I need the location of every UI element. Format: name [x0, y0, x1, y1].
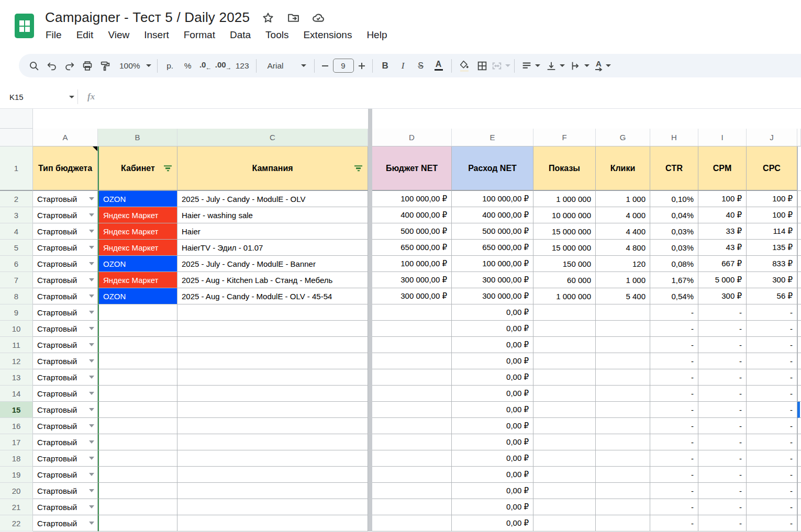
dropdown-caret-icon[interactable] — [89, 473, 94, 476]
cell-H22[interactable]: - — [650, 515, 698, 531]
cell-I15[interactable]: - — [698, 402, 747, 418]
column-header-I[interactable]: I — [698, 129, 747, 146]
cell-F10[interactable] — [533, 321, 596, 337]
dropdown-caret-icon[interactable] — [89, 359, 94, 363]
cell-F19[interactable] — [533, 467, 596, 483]
cell-G3[interactable]: 4 000 — [596, 207, 650, 223]
header-cell-I1[interactable]: CPM — [698, 146, 747, 191]
dropdown-caret-icon[interactable] — [89, 295, 94, 298]
frozen-column-divider[interactable] — [368, 109, 372, 129]
dropdown-caret-icon[interactable] — [89, 505, 94, 508]
row-header-19[interactable]: 19 — [0, 467, 33, 483]
search-button[interactable] — [25, 57, 43, 75]
cell-G21[interactable] — [596, 499, 650, 515]
vertical-align-button[interactable] — [543, 57, 568, 75]
decrease-decimal-button[interactable]: .0← — [197, 57, 215, 75]
cell-A6[interactable]: Стартовый — [33, 256, 98, 272]
cloud-status-icon[interactable] — [312, 11, 325, 25]
cell-H5[interactable]: 0,03% — [650, 240, 698, 256]
dropdown-caret-icon[interactable] — [89, 408, 94, 411]
cell-A8[interactable]: Стартовый — [33, 288, 98, 304]
cell-E19[interactable]: 0,00 ₽ — [452, 467, 533, 483]
column-header-C[interactable]: C — [177, 129, 368, 146]
frozen-column-divider[interactable] — [368, 337, 372, 353]
cell-I22[interactable]: - — [698, 515, 747, 531]
cell-J15[interactable]: - — [747, 402, 797, 418]
cell-C20[interactable] — [177, 483, 368, 499]
row-header-18[interactable]: 18 — [0, 450, 33, 467]
cell-J11[interactable]: - — [747, 337, 797, 353]
cell-A22[interactable]: Стартовый — [33, 515, 98, 531]
cell-C19[interactable] — [177, 467, 368, 483]
row-header-16[interactable]: 16 — [0, 418, 33, 434]
name-box[interactable]: K15 — [0, 93, 74, 101]
cell-J21[interactable]: - — [747, 499, 797, 515]
cell-I17[interactable]: - — [698, 434, 747, 450]
frozen-column-divider[interactable] — [368, 369, 372, 386]
fill-color-button[interactable] — [455, 57, 473, 75]
cell-C10[interactable] — [177, 321, 368, 337]
cell-B21[interactable] — [98, 499, 177, 515]
menu-extensions[interactable]: Extensions — [302, 28, 353, 42]
cell-B20[interactable] — [98, 483, 177, 499]
cell-C8[interactable]: 2025 - Aug - Candy - ModulE - OLV - 45-5… — [177, 288, 368, 304]
cell-C4[interactable]: Haier — [177, 223, 368, 240]
cell-B3[interactable]: Яндекс Маркет — [98, 207, 177, 223]
star-icon[interactable] — [261, 11, 275, 25]
cell-I12[interactable]: - — [698, 353, 747, 369]
cell-K20[interactable] — [797, 483, 801, 499]
cell-E7[interactable]: 300 000,00 ₽ — [452, 272, 533, 288]
cell-H19[interactable]: - — [650, 467, 698, 483]
cell-F22[interactable] — [533, 515, 596, 531]
row-header-21[interactable]: 21 — [0, 499, 33, 515]
header-cell-B1[interactable]: Кабинет — [98, 146, 177, 191]
row-header-13[interactable]: 13 — [0, 369, 33, 386]
cell-A21[interactable]: Стартовый — [33, 499, 98, 515]
cell-I11[interactable]: - — [698, 337, 747, 353]
cell-J14[interactable]: - — [747, 386, 797, 402]
cell-A7[interactable]: Стартовый — [33, 272, 98, 288]
cell-B16[interactable] — [98, 418, 177, 434]
dropdown-caret-icon[interactable] — [89, 457, 94, 460]
cell-D8[interactable]: 300 000,00 ₽ — [372, 288, 452, 304]
frozen-column-divider[interactable] — [368, 353, 372, 369]
cell-C18[interactable] — [177, 450, 368, 467]
cell-C7[interactable]: 2025 - Aug - Kitchen Lab - Станд - Мебел… — [177, 272, 368, 288]
dropdown-caret-icon[interactable] — [89, 197, 94, 200]
cell-G15[interactable] — [596, 402, 650, 418]
column-header-A[interactable]: A — [33, 129, 98, 146]
cell-A4[interactable]: Стартовый — [33, 223, 98, 240]
menu-insert[interactable]: Insert — [142, 28, 171, 42]
cell-K6[interactable] — [797, 256, 801, 272]
cell-I19[interactable]: - — [698, 467, 747, 483]
cell-H13[interactable]: - — [650, 369, 698, 386]
cell-I2[interactable]: 100 ₽ — [698, 191, 747, 207]
zoom-select[interactable]: 100% — [114, 57, 153, 75]
frozen-column-divider[interactable] — [368, 146, 372, 191]
cell-H6[interactable]: 0,08% — [650, 256, 698, 272]
cell-J20[interactable]: - — [747, 483, 797, 499]
frozen-column-divider[interactable] — [368, 515, 372, 531]
cell-C13[interactable] — [177, 369, 368, 386]
column-header-E[interactable]: E — [452, 129, 533, 146]
cell-C11[interactable] — [177, 337, 368, 353]
document-title[interactable]: Campaigner - Тест 5 / Daily 2025 — [45, 9, 250, 26]
cell-F12[interactable] — [533, 353, 596, 369]
filter-icon[interactable] — [164, 165, 172, 172]
cell-I6[interactable]: 667 ₽ — [698, 256, 747, 272]
column-header-F[interactable]: F — [533, 129, 596, 146]
font-size-input[interactable]: 9 — [333, 59, 354, 73]
cell-C15[interactable] — [177, 402, 368, 418]
cell-G11[interactable] — [596, 337, 650, 353]
frozen-column-divider[interactable] — [368, 207, 372, 223]
cell-H17[interactable]: - — [650, 434, 698, 450]
column-header-J[interactable]: J — [747, 129, 797, 146]
cell-K7[interactable] — [797, 272, 801, 288]
menu-view[interactable]: View — [106, 28, 131, 42]
cell-F18[interactable] — [533, 450, 596, 467]
cell-F20[interactable] — [533, 483, 596, 499]
dropdown-caret-icon[interactable] — [89, 392, 94, 395]
cell-E22[interactable]: 0,00 ₽ — [452, 515, 533, 531]
cell-C12[interactable] — [177, 353, 368, 369]
cell-B6[interactable]: OZON — [98, 256, 177, 272]
